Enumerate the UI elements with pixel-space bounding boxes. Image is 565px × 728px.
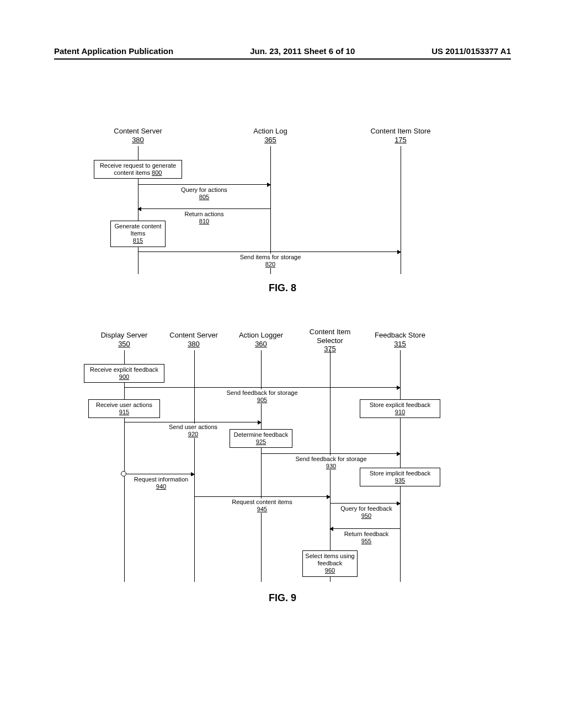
fig9-lifeline-2 — [194, 350, 195, 582]
fig9-lane-display-server: Display Server 350 — [94, 331, 154, 348]
fig8-msg-805: Query for actions 805 — [171, 186, 237, 201]
fig9-label: FIG. 9 — [0, 592, 565, 604]
fig9-box-915: Receive user actions 915 — [88, 399, 160, 418]
fig9-arrow-940 — [126, 474, 194, 474]
figure-9: Display Server 350 Content Server 380 Ac… — [0, 331, 565, 601]
fig9-msg-940: Request information 940 — [128, 476, 194, 490]
fig9-arrow-905 — [124, 387, 400, 388]
fig9-arrow-930 — [261, 453, 400, 454]
fig8-lane-content-server: Content Server 380 — [99, 127, 177, 144]
fig9-msg-950: Query for feedback 950 — [335, 505, 397, 520]
fig9-lane-feedback-store: Feedback Store 315 — [370, 331, 430, 348]
fig9-arrow-945 — [194, 496, 330, 497]
figure-8: Content Server 380 Action Log 365 Conten… — [0, 127, 565, 303]
header-right: US 2011/0153377 A1 — [431, 46, 511, 56]
fig8-lane-action-log: Action Log 365 — [232, 127, 309, 144]
fig9-box-910: Store explicit feedback 910 — [360, 399, 440, 418]
header-left: Patent Application Publication — [54, 46, 173, 56]
fig9-msg-920: Send user actions 920 — [160, 424, 226, 438]
fig9-lane-content-item-selector: Content Item Selector 375 — [300, 328, 360, 354]
fig9-msg-955: Return feedback 955 — [335, 531, 397, 545]
fig9-lane-action-logger: Action Logger 360 — [231, 331, 291, 348]
fig9-box-935: Store implicit feedback 935 — [360, 468, 440, 486]
fig9-box-960: Select items using feedback 960 — [302, 550, 358, 577]
fig9-arrow-950 — [330, 503, 400, 504]
fig9-event-circle — [121, 471, 126, 477]
header-center: Jun. 23, 2011 Sheet 6 of 10 — [250, 46, 355, 56]
fig8-lane-content-item-store: Content Item Store 175 — [362, 127, 439, 144]
fig8-arrow-810 — [138, 208, 270, 209]
fig9-box-925: Determine feedback 925 — [230, 429, 292, 448]
fig8-arrow-805 — [138, 184, 270, 185]
fig8-arrow-820 — [138, 251, 401, 252]
fig9-arrow-920 — [124, 422, 261, 422]
fig8-box-800: Receive request to generate content item… — [94, 160, 182, 179]
fig8-box-815: Generate content Items 815 — [110, 221, 166, 247]
fig9-lifeline-1 — [124, 350, 125, 582]
fig9-lifeline-3 — [261, 350, 262, 582]
fig8-label: FIG. 8 — [0, 282, 565, 294]
fig9-msg-945: Request content items 945 — [227, 499, 297, 513]
page-header: Patent Application Publication Jun. 23, … — [54, 46, 511, 56]
fig9-arrow-955 — [330, 528, 400, 529]
fig8-msg-810: Return actions 810 — [172, 211, 236, 225]
fig8-lifeline-3 — [401, 146, 401, 274]
fig9-lane-content-server: Content Server 380 — [163, 331, 224, 348]
fig9-box-900: Receive explicit feedback 900 — [84, 364, 164, 383]
fig8-msg-820: Send items for storage 820 — [229, 254, 312, 268]
header-rule — [54, 58, 511, 60]
fig9-msg-905: Send feedback for storage 905 — [221, 389, 303, 404]
